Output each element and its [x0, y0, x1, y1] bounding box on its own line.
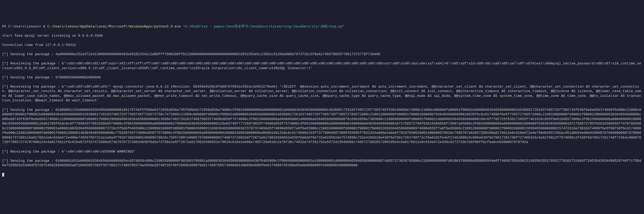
ps-prompt: PS C:\Users\Lenovo> & — [2, 25, 47, 28]
output-line: start fake mysql server listening on 0.0… — [2, 34, 642, 38]
cursor-line — [2, 172, 642, 177]
output-line: [*] Sending the package : 4a0000000a352e… — [2, 52, 642, 57]
command-line: PS C:\Users\Lenovo> & C:/Users/Lenovo/Ap… — [2, 24, 642, 29]
output-line: [*] Sending the package : 01000001132e00… — [2, 108, 642, 145]
python-exe-path: C:/Users/Lenovo/AppData/Local/Microsoft/… — [47, 25, 181, 28]
output-line: [*] Receiveing the package : b'\xa0\x03\… — [2, 84, 642, 103]
terminal-output[interactable]: PS C:\Users\Lenovo> & C:/Users/Lenovo/Ap… — [2, 20, 642, 182]
script-path: "e:/OneDrive - yapuu/Java安全学习/JavaSecuri… — [181, 25, 345, 28]
output-line: Connection come from 127.0.0.1:50311 — [2, 43, 642, 47]
cursor — [2, 173, 4, 177]
output-line: [*] Receiveing the package : b'\xdd\x00\… — [2, 61, 642, 70]
output-line: [*] Sending the package : 07000002000000… — [2, 75, 642, 80]
output-line: [*] Receiveing the package : b'\x0e\x00\… — [2, 149, 642, 154]
output-line: [*] Sending the package : 01000001031b00… — [2, 159, 642, 168]
